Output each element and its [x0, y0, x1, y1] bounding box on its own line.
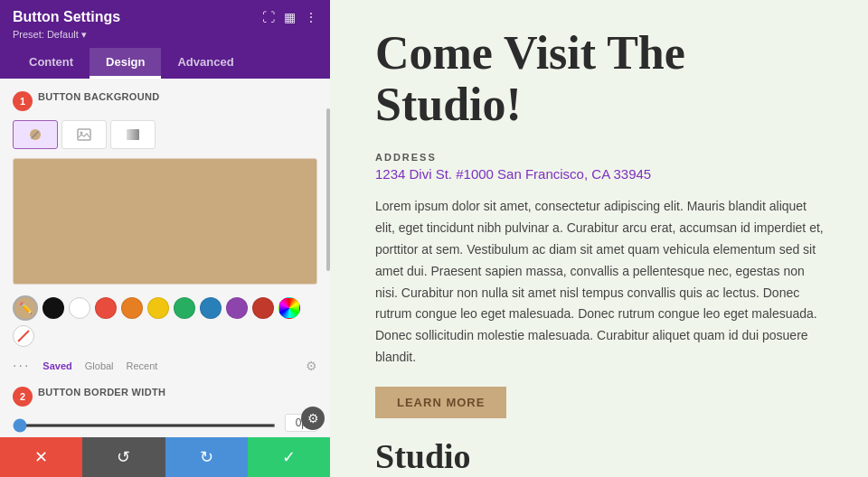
- bg-type-image[interactable]: [61, 120, 107, 149]
- global-tab[interactable]: Global: [85, 360, 114, 371]
- saved-tab[interactable]: Saved: [42, 360, 71, 371]
- current-color-swatch[interactable]: ✏️: [13, 295, 38, 321]
- tab-content[interactable]: Content: [13, 48, 90, 79]
- body-text: Lorem ipsum dolor sit amet, consectetur …: [375, 196, 827, 368]
- swatch-purple[interactable]: [226, 297, 248, 319]
- studio-subtitle: Studio: [375, 436, 832, 476]
- border-section: 2 Button Border Width 0px: [13, 387, 317, 432]
- title-line2: Studio!: [375, 79, 522, 130]
- svg-rect-3: [127, 129, 139, 140]
- gradient-icon: [126, 128, 140, 141]
- border-label-row: 2 Button Border Width: [13, 387, 317, 407]
- panel-title: Button Settings: [13, 9, 120, 25]
- settings-gear-icon[interactable]: ⚙: [306, 359, 317, 373]
- address-value: 1234 Divi St. #1000 San Francisco, CA 33…: [375, 166, 832, 182]
- address-label: ADDRESS: [375, 152, 832, 163]
- confirm-button[interactable]: ✓: [248, 437, 330, 477]
- bg-type-row: [13, 120, 317, 149]
- color-swatches: ✏️: [13, 295, 317, 347]
- section-number-2: 2: [13, 387, 33, 407]
- studio-title: Come Visit The Studio!: [375, 27, 832, 130]
- swatch-green[interactable]: [174, 297, 195, 319]
- color-preview[interactable]: [13, 158, 317, 285]
- slider-row: 0px: [13, 414, 317, 432]
- more-icon[interactable]: ⋮: [305, 10, 317, 24]
- header-icons: ⛶ ▦ ⋮: [262, 10, 317, 24]
- swatch-rainbow[interactable]: [278, 297, 300, 319]
- preset-selector[interactable]: Preset: Default ▾: [13, 29, 317, 41]
- svg-rect-1: [78, 129, 90, 140]
- swatch-yellow[interactable]: [147, 297, 169, 319]
- swatch-black[interactable]: [42, 297, 64, 319]
- reset-icon: ↺: [117, 447, 130, 467]
- swatch-white[interactable]: [69, 297, 90, 319]
- swatch-none[interactable]: [13, 325, 34, 347]
- expand-icon[interactable]: ⛶: [262, 10, 275, 24]
- scroll-indicator: [326, 108, 330, 271]
- learn-more-button[interactable]: Learn More: [375, 387, 506, 418]
- tab-advanced[interactable]: Advanced: [161, 48, 250, 79]
- cancel-icon: ✕: [34, 447, 48, 467]
- border-width-slider[interactable]: [13, 424, 276, 427]
- svg-point-2: [80, 132, 83, 135]
- settings-panel: Button Settings ⛶ ▦ ⋮ Preset: Default ▾ …: [0, 0, 330, 477]
- more-dots[interactable]: ···: [13, 358, 30, 374]
- panel-tabs: Content Design Advanced: [13, 48, 317, 79]
- swatch-darkred[interactable]: [252, 297, 274, 319]
- slider-container: [13, 415, 276, 431]
- redo-button[interactable]: ↻: [165, 437, 248, 477]
- tab-design[interactable]: Design: [90, 48, 161, 79]
- svg-line-4: [18, 331, 29, 341]
- reset-button[interactable]: ↺: [82, 437, 165, 477]
- panel-toolbar: ✕ ↺ ↻ ✓: [0, 437, 330, 477]
- swatch-blue[interactable]: [200, 297, 222, 319]
- content-panel: Come Visit The Studio! ADDRESS 1234 Divi…: [330, 0, 868, 477]
- redo-icon: ↻: [200, 447, 213, 467]
- color-fill-icon: [28, 127, 42, 142]
- recent-tab[interactable]: Recent: [127, 360, 158, 371]
- border-section-label: Button Border Width: [38, 387, 165, 398]
- bg-type-color[interactable]: [13, 120, 58, 149]
- title-line1: Come Visit The: [375, 27, 685, 79]
- image-icon: [77, 128, 91, 141]
- bg-type-gradient[interactable]: [110, 120, 156, 149]
- confirm-icon: ✓: [282, 447, 296, 467]
- swatch-red[interactable]: [95, 297, 117, 319]
- cancel-button[interactable]: ✕: [0, 437, 82, 477]
- panel-body: 1 Button Background: [0, 79, 330, 437]
- panel-header: Button Settings ⛶ ▦ ⋮ Preset: Default ▾ …: [0, 0, 330, 79]
- saved-row: ··· Saved Global Recent ⚙: [13, 354, 317, 383]
- columns-icon[interactable]: ▦: [284, 10, 296, 24]
- bg-section-label: Button Background: [38, 91, 159, 102]
- bg-section-header: 1 Button Background: [13, 91, 317, 111]
- swatch-orange[interactable]: [121, 297, 143, 319]
- settings-overlay-icon[interactable]: ⚙: [301, 407, 325, 430]
- section-number-1: 1: [13, 91, 33, 111]
